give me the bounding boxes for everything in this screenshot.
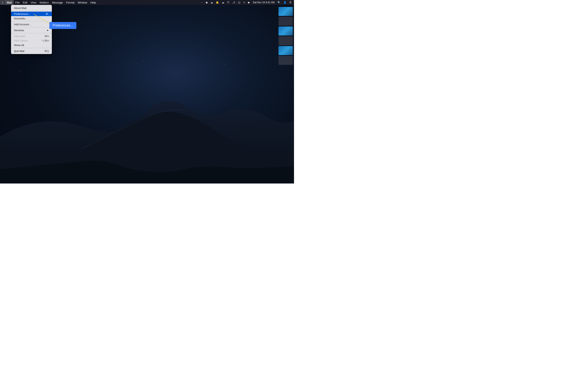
- svg-point-3: [102, 67, 102, 67]
- menubar:  Mail File Edit View Mailbox Message Fo…: [0, 0, 294, 5]
- svg-point-1: [51, 63, 51, 63]
- menu-item-hide-mail: Hide Mail ⌘H: [11, 34, 52, 38]
- menubar-bluetooth[interactable]: ⎇: [232, 1, 236, 4]
- svg-point-11: [36, 96, 37, 96]
- menubar-file[interactable]: File: [14, 0, 21, 5]
- preferences-callout-label: Preferences...: [53, 24, 73, 27]
- menubar-dots[interactable]: ···: [200, 1, 204, 4]
- menubar-left:  Mail File Edit View Mailbox Message Fo…: [0, 0, 200, 5]
- menubar-cloud2[interactable]: ☁: [221, 1, 225, 4]
- menubar-format[interactable]: Format: [65, 0, 76, 5]
- svg-point-8: [276, 66, 276, 67]
- menubar-help[interactable]: Help: [89, 0, 98, 5]
- menubar-avatar[interactable]: 👤: [283, 1, 287, 4]
- thumbnail-2: [278, 17, 293, 26]
- thumbnail-6: [278, 56, 293, 65]
- menu-item-services-label: Services: [14, 29, 24, 32]
- svg-point-13: [122, 81, 122, 82]
- thumbnails-panel: [278, 6, 294, 66]
- menubar-mail[interactable]: Mail: [5, 0, 13, 5]
- menu-item-hide-mail-label: Hide Mail: [14, 35, 25, 38]
- menubar-date: Sat Nov 16 9:41 AM: [252, 1, 276, 4]
- menu-item-preferences-label: Preferences...: [14, 12, 30, 16]
- svg-point-9: [286, 79, 286, 80]
- menubar-dropbox[interactable]: ◉: [205, 1, 208, 4]
- menu-item-about-mail[interactable]: About Mail: [11, 6, 52, 10]
- thumbnail-5: [278, 46, 293, 55]
- menu-separator-4: [11, 33, 52, 33]
- svg-point-14: [163, 87, 163, 88]
- menubar-list[interactable]: ☰: [288, 1, 292, 4]
- menu-item-quit-mail-label: Quit Mail: [14, 50, 24, 53]
- menu-item-show-all-label: Show All: [14, 44, 24, 47]
- apple-menu[interactable]: : [0, 0, 5, 5]
- svg-point-6: [224, 64, 225, 64]
- thumbnail-3: [278, 26, 293, 35]
- menu-item-hide-others-shortcut: ⌥⌘H: [42, 39, 49, 42]
- svg-point-12: [65, 90, 65, 90]
- preferences-callout: Preferences...: [49, 22, 76, 29]
- menubar-mailbox[interactable]: Mailbox: [38, 0, 51, 5]
- menubar-cloud1[interactable]: ☁: [210, 1, 214, 4]
- menu-item-add-account-label: Add Account...: [14, 23, 31, 26]
- menu-item-hide-others-label: Hide Others: [14, 39, 28, 42]
- menubar-edit[interactable]: Edit: [21, 0, 29, 5]
- svg-point-4: [143, 61, 143, 61]
- menubar-wifi[interactable]: ∿: [242, 1, 246, 4]
- svg-point-2: [77, 75, 78, 76]
- dune-illustration: [0, 55, 294, 184]
- menu-separator-5: [11, 48, 52, 48]
- menubar-search[interactable]: 🔍: [277, 1, 281, 4]
- menubar-window[interactable]: Window: [76, 0, 89, 5]
- svg-point-5: [183, 69, 184, 69]
- menubar-view[interactable]: View: [29, 0, 38, 5]
- mail-dropdown-menu: About Mail Preferences... ⌘, Accounts...…: [11, 5, 52, 54]
- thumbnail-1: [278, 7, 293, 16]
- menu-item-accounts-label: Accounts...: [14, 17, 27, 20]
- svg-point-0: [20, 71, 21, 72]
- menubar-airdisplay[interactable]: ◫: [237, 1, 241, 4]
- thumbnail-4: [278, 36, 293, 45]
- menu-item-quit-mail[interactable]: Quit Mail ⌘Q: [11, 49, 52, 53]
- svg-point-7: [245, 73, 245, 74]
- menubar-right: ··· ◉ ☁ 🔔 ☁ ⏱ ⎇ ◫ ∿ ▶ Sat Nov 16 9:41 AM…: [200, 1, 294, 4]
- menubar-message[interactable]: Message: [51, 0, 65, 5]
- menu-item-hide-others: Hide Others ⌥⌘H: [11, 38, 52, 43]
- menu-item-about-mail-label: About Mail: [14, 7, 26, 9]
- menu-item-quit-mail-shortcut: ⌘Q: [44, 50, 49, 53]
- menubar-time-machine[interactable]: ⏱: [226, 1, 230, 4]
- svg-point-10: [10, 85, 10, 86]
- menubar-notification[interactable]: 🔔: [215, 1, 220, 4]
- menu-item-hide-mail-shortcut: ⌘H: [44, 35, 49, 38]
- menubar-volume[interactable]: ▶: [247, 1, 251, 4]
- menu-item-show-all[interactable]: Show All: [11, 43, 52, 47]
